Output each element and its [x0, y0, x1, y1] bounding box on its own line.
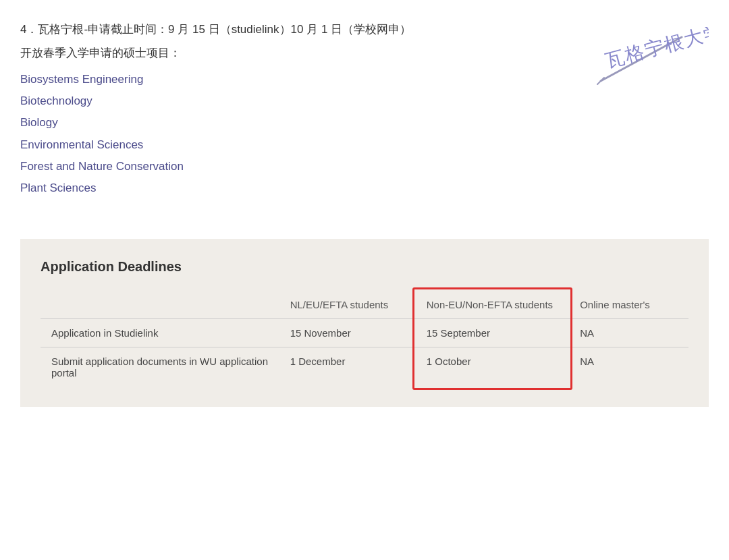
program-item-3: Environmental Sciences [20, 134, 560, 156]
cell-nl-1: 1 December [279, 347, 416, 387]
top-section: 4．瓦格宁根-申请截止时间：9 月 15 日（studielink）10 月 1… [20, 20, 709, 205]
table-row-1: Submit application documents in WU appli… [40, 347, 688, 387]
left-content: 4．瓦格宁根-申请截止时间：9 月 15 日（studielink）10 月 1… [20, 20, 560, 205]
col-header-online: Online master's [569, 291, 688, 319]
program-item-0: Biosystems Engineering [20, 69, 560, 90]
col-header-nl: NL/EU/EFTA students [279, 291, 416, 319]
program-item-5: Plant Sciences [20, 177, 560, 199]
col-header-noneu: Non-EU/Non-EFTA students [416, 291, 569, 319]
program-item-2: Biology [20, 112, 560, 134]
col-header-label [40, 291, 279, 319]
table-row-0: Application in Studielink15 November15 S… [40, 318, 688, 347]
header-line2: 开放春季入学申请的硕士项目： [20, 44, 560, 63]
svg-line-1 [597, 78, 604, 84]
university-stamp: 瓦格宁根大学 [560, 27, 709, 101]
cell-nl-0: 15 November [279, 318, 416, 347]
cell-label-1: Submit application documents in WU appli… [40, 347, 279, 387]
programs-list: Biosystems EngineeringBiotechnologyBiolo… [20, 69, 560, 200]
cell-noneu-0: 15 September [416, 318, 569, 347]
cell-online-0: NA [569, 318, 688, 347]
table-header-row: NL/EU/EFTA students Non-EU/Non-EFTA stud… [40, 291, 688, 319]
table-section: Application Deadlines NL/EU/EFTA student… [20, 239, 709, 407]
cell-online-1: NA [569, 347, 688, 387]
program-item-1: Biotechnology [20, 90, 560, 112]
table-title: Application Deadlines [40, 259, 688, 275]
header-line1: 4．瓦格宁根-申请截止时间：9 月 15 日（studielink）10 月 1… [20, 20, 560, 40]
table-container: NL/EU/EFTA students Non-EU/Non-EFTA stud… [40, 291, 688, 387]
divider-area [20, 205, 709, 232]
svg-text:瓦格宁根大学: 瓦格宁根大学 [603, 27, 709, 72]
table-body: Application in Studielink15 November15 S… [40, 318, 688, 387]
deadlines-table: NL/EU/EFTA students Non-EU/Non-EFTA stud… [40, 291, 688, 387]
cell-label-0: Application in Studielink [40, 318, 279, 347]
program-item-4: Forest and Nature Conservation [20, 156, 560, 177]
page-wrapper: 4．瓦格宁根-申请截止时间：9 月 15 日（studielink）10 月 1… [0, 0, 729, 427]
cell-noneu-1: 1 October [416, 347, 569, 387]
